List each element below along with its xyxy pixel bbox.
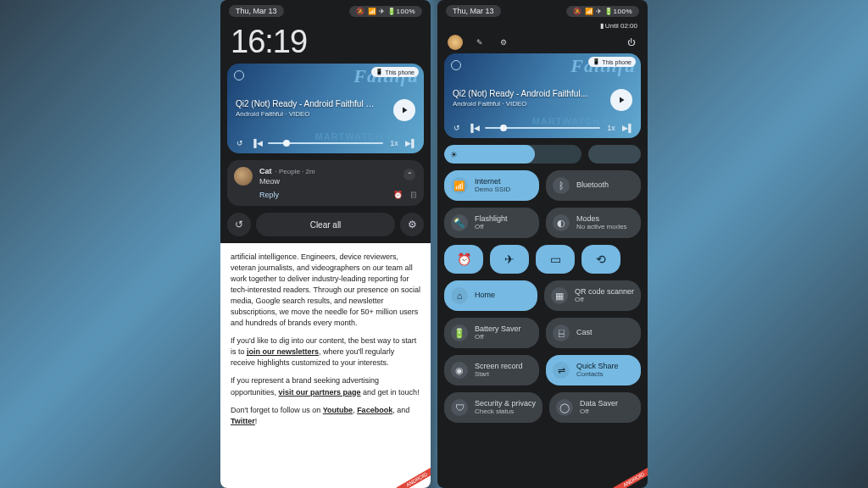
wallet-tile[interactable]: ▭ bbox=[536, 245, 575, 274]
status-bar: Thu, Mar 13 🔕 📶 ✈ 🔋100% bbox=[437, 0, 648, 22]
rewind-10-icon[interactable]: ↺ bbox=[234, 137, 246, 149]
play-button[interactable] bbox=[393, 99, 415, 121]
gear-icon[interactable]: ⚙ bbox=[497, 36, 510, 49]
airplane-icon: ✈ bbox=[504, 252, 515, 266]
media-subtitle: Android Faithful · VIDEO bbox=[236, 110, 310, 118]
youtube-link[interactable]: Youtube bbox=[323, 406, 353, 414]
notification-body: Meow bbox=[259, 177, 415, 186]
cast-icon[interactable]: ⌸ bbox=[411, 191, 415, 199]
settings-button[interactable]: ⚙ bbox=[400, 213, 424, 236]
avatar bbox=[234, 167, 253, 186]
rewind-10-icon[interactable]: ↺ bbox=[451, 122, 463, 134]
article-p3: If you represent a brand seeking adverti… bbox=[231, 375, 420, 397]
battery-icon: 🔋 bbox=[451, 324, 468, 341]
prev-track-icon[interactable]: ▐◀ bbox=[251, 137, 263, 149]
battery-saver-tile[interactable]: 🔋Battery SaverOff bbox=[444, 318, 539, 348]
extra-dim-toggle[interactable] bbox=[588, 145, 641, 164]
article-p4: Don't forget to follow us on Youtube, Fa… bbox=[231, 405, 420, 427]
security-tile[interactable]: 🛡Security & privacyCheck status bbox=[444, 392, 542, 423]
data-saver-icon: ◯ bbox=[556, 399, 573, 416]
history-button[interactable]: ↺ bbox=[227, 213, 251, 236]
cast-tile[interactable]: ⌸Cast bbox=[546, 318, 641, 348]
output-device-badge[interactable]: 📱 This phone bbox=[588, 57, 636, 67]
alarm-icon[interactable]: ⏰ bbox=[393, 191, 403, 199]
modes-icon: ◐ bbox=[553, 214, 570, 231]
notification-header: Cat · People · 2m bbox=[259, 167, 415, 175]
airplane-tile[interactable]: ✈ bbox=[490, 245, 529, 274]
quick-share-tile[interactable]: ⇌Quick ShareContacts bbox=[546, 355, 641, 385]
alarm-until: ▮ Until 02:00 bbox=[437, 22, 648, 30]
article-content: artificial intelligence. Engineers, devi… bbox=[220, 243, 431, 488]
media-controls: ↺ ▐◀ 1x ▶▌ bbox=[234, 137, 417, 149]
partners-link[interactable]: visit our partners page bbox=[279, 388, 361, 396]
media-scrubber[interactable] bbox=[268, 142, 383, 144]
power-icon[interactable]: ⏻ bbox=[624, 36, 637, 49]
cast-icon: ⌸ bbox=[553, 324, 570, 341]
rotate-tile[interactable]: ⟲ bbox=[581, 245, 620, 274]
alarm-tile[interactable]: ⏰ bbox=[444, 245, 483, 274]
speed-icon[interactable]: 1x bbox=[388, 137, 400, 149]
twitter-link[interactable]: Twitter bbox=[231, 417, 255, 425]
article-p1: artificial intelligence. Engineers, devi… bbox=[231, 252, 420, 329]
reply-button[interactable]: Reply bbox=[259, 191, 279, 199]
next-track-icon[interactable]: ▶▌ bbox=[405, 137, 417, 149]
wallet-icon: ▭ bbox=[550, 252, 561, 266]
status-icons: 🔕 📶 ✈ 🔋100% bbox=[566, 6, 639, 17]
brightness-icon: ☀ bbox=[450, 150, 458, 159]
wifi-icon: 📶 bbox=[451, 177, 468, 194]
media-subtitle: Android Faithful · VIDEO bbox=[453, 100, 527, 108]
speed-icon[interactable]: 1x bbox=[605, 122, 617, 134]
notification-card[interactable]: Cat · People · 2m Meow ⌃ Reply ⏰ ⌸ bbox=[227, 160, 424, 206]
home-icon: ⌂ bbox=[451, 287, 468, 304]
brightness-row: ☀ bbox=[444, 145, 641, 164]
media-source-icon bbox=[451, 60, 461, 70]
bluetooth-tile[interactable]: ᛒBluetooth bbox=[546, 170, 641, 201]
status-date: Thu, Mar 13 bbox=[229, 5, 284, 17]
alarm-icon: ⏰ bbox=[457, 252, 471, 266]
home-tile[interactable]: ⌂Home bbox=[444, 280, 537, 311]
edit-icon[interactable]: ✎ bbox=[473, 36, 487, 49]
media-controls: ↺ ▐◀ 1x ▶▌ bbox=[451, 122, 634, 134]
screen-record-tile[interactable]: ◉Screen recordStart bbox=[444, 355, 539, 385]
next-track-icon[interactable]: ▶▌ bbox=[622, 122, 634, 134]
status-bar: Thu, Mar 13 🔕 📶 ✈ 🔋100% bbox=[220, 0, 431, 22]
output-device-badge[interactable]: 📱 This phone bbox=[371, 67, 419, 77]
watermark-tag: ANDROID bbox=[614, 466, 648, 488]
media-source-icon bbox=[234, 70, 244, 80]
user-avatar[interactable] bbox=[448, 35, 463, 50]
record-icon: ◉ bbox=[451, 362, 468, 379]
status-icons: 🔕 📶 ✈ 🔋100% bbox=[349, 6, 422, 17]
shield-icon: 🛡 bbox=[451, 399, 468, 416]
lock-screen-phone: Thu, Mar 13 🔕 📶 ✈ 🔋100% 16:19 Faithfu 📱 … bbox=[220, 0, 431, 488]
media-card[interactable]: Faithfu 📱 This phone Qi2 (Not) Ready - A… bbox=[227, 64, 424, 153]
facebook-link[interactable]: Facebook bbox=[357, 406, 392, 414]
clear-all-button[interactable]: Clear all bbox=[256, 213, 395, 236]
media-title: Qi2 (Not) Ready - Android Faithful #82 bbox=[236, 99, 376, 108]
flashlight-tile[interactable]: 🔦FlashlightOff bbox=[444, 208, 539, 238]
modes-tile[interactable]: ◐ModesNo active modes bbox=[546, 208, 641, 238]
bluetooth-icon: ᛒ bbox=[553, 177, 570, 194]
qr-tile[interactable]: ▦QR code scannerOff bbox=[544, 280, 641, 311]
share-icon: ⇌ bbox=[553, 362, 570, 379]
media-title: Qi2 (Not) Ready - Android Faithful... bbox=[453, 89, 587, 98]
notification-meta: · People · 2m bbox=[275, 168, 315, 175]
internet-tile[interactable]: 📶InternetDemo SSID bbox=[444, 170, 539, 201]
data-saver-tile[interactable]: ◯Data SaverOff bbox=[549, 392, 641, 423]
quick-settings-phone: Thu, Mar 13 🔕 📶 ✈ 🔋100% ▮ Until 02:00 ✎ … bbox=[437, 0, 648, 488]
brightness-slider[interactable]: ☀ bbox=[444, 145, 581, 164]
article-p2: If you'd like to dig into our content, t… bbox=[231, 336, 420, 369]
qr-icon: ▦ bbox=[551, 287, 568, 304]
status-date: Thu, Mar 13 bbox=[446, 5, 501, 17]
rotate-icon: ⟲ bbox=[596, 252, 606, 266]
media-scrubber[interactable] bbox=[485, 127, 600, 129]
prev-track-icon[interactable]: ▐◀ bbox=[468, 122, 480, 134]
newsletters-link[interactable]: join our newsletters bbox=[247, 347, 319, 356]
flashlight-icon: 🔦 bbox=[451, 214, 468, 231]
notification-app: Cat bbox=[259, 167, 272, 175]
play-button[interactable] bbox=[610, 89, 632, 111]
lock-clock: 16:19 bbox=[220, 22, 431, 64]
media-card[interactable]: Faithfu 📱 This phone Qi2 (Not) Ready - A… bbox=[444, 53, 641, 138]
expand-icon[interactable]: ⌃ bbox=[403, 169, 415, 180]
